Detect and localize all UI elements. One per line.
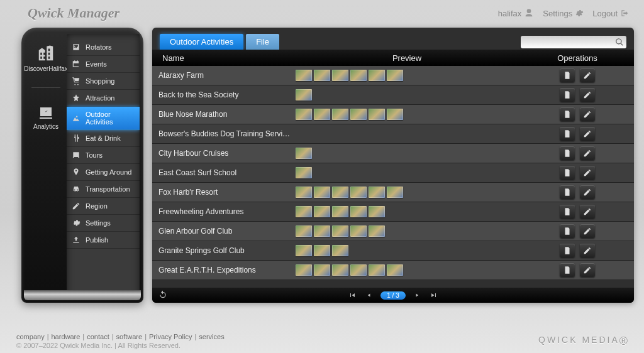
sidebar-item-outdoor-activities[interactable]: Outdoor Activities (67, 107, 140, 130)
table-header: Name Preview Operations (152, 50, 634, 66)
edit-button[interactable] (580, 185, 595, 199)
sidebar-item-label: Getting Around (86, 168, 131, 176)
table-row[interactable]: Fox Harb'r Resort (152, 183, 634, 202)
footer-link-company[interactable]: company (16, 333, 45, 340)
edit-button[interactable] (580, 244, 595, 258)
thumbnail (332, 109, 348, 120)
footer-link-services[interactable]: services (199, 333, 224, 340)
row-preview (293, 225, 521, 237)
thumbnail (369, 225, 385, 237)
view-button[interactable] (560, 224, 575, 238)
sidebar-device: DiscoverHalifax Analytics RotatorsEvents… (21, 28, 143, 303)
sidebar-item-tours[interactable]: Tours (67, 147, 140, 164)
edit-button[interactable] (580, 127, 595, 141)
thumbnail (350, 264, 367, 276)
view-button[interactable] (560, 146, 575, 160)
search-input[interactable] (525, 38, 614, 46)
last-page-icon[interactable] (430, 291, 438, 299)
view-button[interactable] (560, 107, 575, 121)
thumbnail (350, 225, 367, 237)
view-button[interactable] (560, 68, 575, 82)
sidebar-item-events[interactable]: Events (67, 56, 140, 73)
table-row[interactable]: Glen Arbour Golf Club (152, 222, 634, 241)
image-icon (72, 43, 80, 52)
table-row[interactable]: Ataraxy Farm (152, 66, 634, 85)
sidebar-item-getting-around[interactable]: Getting Around (67, 164, 140, 181)
table-row[interactable]: Bowser's Buddies Dog Training Services (152, 124, 634, 144)
view-button[interactable] (560, 244, 575, 258)
rail-label: DiscoverHalifax (24, 65, 67, 72)
row-operations (521, 88, 634, 102)
thumbnail (369, 70, 385, 81)
prev-page-icon[interactable] (365, 291, 372, 299)
edit-button[interactable] (580, 68, 595, 82)
col-name[interactable]: Name (152, 53, 293, 63)
thumbnail (369, 109, 385, 120)
logout-link[interactable]: Logout (592, 9, 629, 18)
table-row[interactable]: City Harbour Cruises (152, 144, 634, 163)
utensils-icon (72, 134, 80, 143)
sidebar-item-shopping[interactable]: Shopping (67, 73, 140, 90)
sidebar-item-transportation[interactable]: Transportation (67, 181, 140, 198)
next-page-icon[interactable] (414, 291, 421, 299)
table-row[interactable]: East Coast Surf School (152, 163, 634, 183)
footer-link-hardware[interactable]: hardware (52, 333, 80, 340)
rail-item-discoverhalifax[interactable]: DiscoverHalifax (24, 44, 67, 72)
tab-outdoor-activities[interactable]: Outdoor Activities (160, 34, 243, 50)
tab-file[interactable]: File (246, 34, 279, 50)
footer-link-contact[interactable]: contact (87, 333, 109, 340)
view-button[interactable] (560, 185, 575, 199)
rail-item-analytics[interactable]: Analytics (33, 106, 58, 130)
footer-copyright: © 2007–2022 Qwick Media Inc. | All Right… (16, 342, 628, 349)
footer-link-software[interactable]: software (116, 333, 143, 340)
app-header: Qwick Manager halifax Settings Logout (0, 0, 644, 23)
view-button[interactable] (560, 166, 575, 180)
thumbnail (332, 225, 348, 237)
view-button[interactable] (560, 263, 575, 277)
thumbnail (369, 206, 385, 217)
view-button[interactable] (560, 88, 575, 102)
rail-label: Analytics (33, 123, 58, 130)
view-button[interactable] (560, 127, 575, 141)
first-page-icon[interactable] (348, 291, 357, 299)
footer-link-privacy-policy[interactable]: Privacy Policy (149, 333, 192, 340)
row-operations (521, 127, 634, 141)
sidebar-item-settings[interactable]: Settings (67, 215, 140, 232)
table-row[interactable]: Blue Nose Marathon (152, 105, 634, 124)
sidebar-item-label: Shopping (86, 77, 115, 85)
edit-button[interactable] (580, 107, 595, 121)
sidebar-item-publish[interactable]: Publish (67, 232, 140, 249)
table-row[interactable]: Granite Springs Golf Club (152, 241, 634, 261)
edit-button[interactable] (580, 224, 595, 238)
thumbnail (387, 109, 403, 120)
edit-button[interactable] (580, 166, 595, 180)
thumbnail (387, 187, 403, 198)
search-box[interactable] (521, 36, 626, 48)
search-icon[interactable] (614, 36, 625, 48)
thumbnail (387, 70, 403, 81)
row-operations (521, 68, 634, 82)
row-operations (521, 146, 634, 160)
row-name: Blue Nose Marathon (152, 110, 293, 119)
edit-button[interactable] (580, 88, 595, 102)
table-row[interactable]: Back to the Sea Society (152, 85, 634, 105)
edit-button[interactable] (580, 205, 595, 219)
table-row[interactable]: Freewheeling Adventures (152, 202, 634, 222)
col-preview[interactable]: Preview (293, 53, 521, 63)
sidebar-item-rotators[interactable]: Rotators (67, 39, 140, 56)
sidebar-item-attraction[interactable]: Attraction (67, 90, 140, 107)
reload-button[interactable] (158, 290, 167, 300)
logout-label: Logout (592, 9, 618, 18)
settings-link[interactable]: Settings (543, 9, 584, 18)
row-name: City Harbour Cruises (152, 149, 293, 158)
sidebar-item-region[interactable]: Region (67, 198, 140, 215)
table-row[interactable]: Great E.A.R.T.H. Expeditions (152, 261, 634, 280)
sidebar-item-eat-drink[interactable]: Eat & Drink (67, 130, 140, 147)
view-button[interactable] (560, 205, 575, 219)
thumbnail (332, 264, 348, 276)
col-operations[interactable]: Operations (521, 53, 634, 63)
user-menu[interactable]: halifax (498, 8, 535, 18)
edit-button[interactable] (580, 263, 595, 277)
pin-icon (72, 168, 80, 176)
edit-button[interactable] (580, 146, 595, 160)
